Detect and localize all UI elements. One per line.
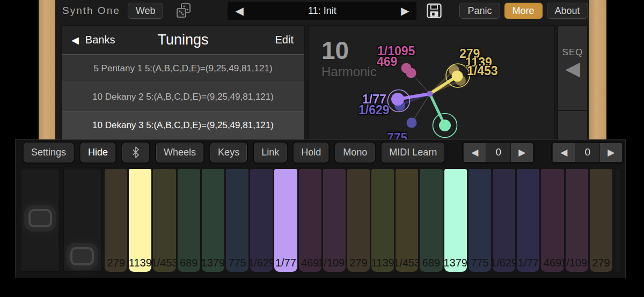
preset-prev-icon[interactable]: ◀ [235,5,243,16]
key-label: 1/453 [393,257,420,269]
tuning-node-label: 775 [387,132,407,139]
stepper-1-increment-arrow[interactable]: ▶ [510,143,533,162]
key-label: 1/77 [518,257,539,269]
preset-next-icon[interactable]: ▶ [401,5,409,16]
key-label: 1/77 [275,257,296,269]
stepper-1-decrement-arrow[interactable]: ◀ [463,143,486,162]
tuning-list-item[interactable]: 10 Dekany 3 5:(A,B,C,D,E)=(9,25,49,81,12… [62,111,304,139]
keyboard-key-1379[interactable]: 1379 [444,169,467,272]
hide-button[interactable]: Hide [80,143,115,162]
mod-wheel[interactable] [63,169,102,272]
keyboard-key-689[interactable]: 689 [420,169,442,272]
more-button[interactable]: More [504,3,543,19]
top-bar: Synth One Web ◀ 11: Init ▶ [55,0,589,21]
scale-type-label: Harmonic [321,64,377,79]
keyboard-toolbar: SettingsHideWheelsKeysLinkHoldMonoMIDI L… [16,140,625,165]
keyboard-edge-filler [616,169,620,272]
pitch-bend-handle[interactable] [28,209,52,227]
keyboard-key-1-629[interactable]: 1/629 [250,169,273,272]
keyboard-key-775[interactable]: 775 [469,169,491,272]
bluetooth-icon [130,145,142,159]
key-label: 279 [349,257,367,269]
midi-learn-button[interactable]: MIDI Learn [382,143,444,162]
key-label: 775 [228,257,246,269]
key-label: 1379 [201,257,225,269]
tuning-list-item[interactable]: 10 Dekany 2 5:(A,B,C,D,E)=(9,25,49,81,12… [62,83,304,111]
stepper-2: ◀0▶ [552,143,623,162]
wheels-section [21,169,101,272]
seq-open-arrow-icon[interactable]: ◀ [565,59,580,78]
preset-navigator: ◀ 11: Init ▶ [228,2,416,20]
keys-section: 27911391/45368913797751/6291/774691/1095… [105,169,612,272]
synth-one-app: Synth One Web ◀ 11: Init ▶ [0,0,644,297]
stepper-2-increment-arrow[interactable]: ▶ [599,143,623,162]
keyboard-key-279[interactable]: 279 [590,169,612,272]
tuning-list-item[interactable]: 5 Pentany 1 5:(A,B,C,D,E)=(9,25,49,81,12… [62,54,304,83]
hold-button[interactable]: Hold [294,143,328,162]
key-label: 1379 [443,257,467,269]
keyboard-key-775[interactable]: 775 [226,169,248,272]
keyboard-key-279[interactable]: 279 [105,169,127,272]
key-label: 1139 [129,257,152,269]
sequencer-strip[interactable]: SEQ ◀ [558,26,587,139]
keyboard-key-1379[interactable]: 1379 [202,169,224,272]
keyboard-key-1-1095[interactable]: 1/1095 [566,169,588,272]
tuning-node-label: 469 [377,56,397,68]
key-label: 469 [301,257,319,269]
panic-button[interactable]: Panic [459,3,500,19]
wood-rail-right [589,0,606,139]
settings-button[interactable]: Settings [24,143,74,162]
preset-name[interactable]: 11: Init [244,5,401,17]
keyboard-key-1139[interactable]: 1139 [371,169,394,272]
key-label: 1139 [371,257,394,269]
mono-button[interactable]: Mono [335,143,375,162]
stepper-1: ◀0▶ [463,143,533,162]
keyboard-key-1-629[interactable]: 1/629 [493,169,515,272]
key-label: 1/629 [491,257,517,269]
stepper-2-decrement-arrow[interactable]: ◀ [552,143,575,162]
edit-button[interactable]: Edit [275,34,304,46]
keyboard-key-1-77[interactable]: 1/77 [517,169,539,272]
tunings-header: ◀ Banks Tunings Edit [62,26,304,54]
keyboard-panel: SettingsHideWheelsKeysLinkHoldMonoMIDI L… [15,139,626,278]
save-icon[interactable] [425,2,443,19]
key-label: 279 [592,257,610,269]
keyboard-key-1-453[interactable]: 1/453 [396,169,418,272]
keyboard-key-1-77[interactable]: 1/77 [274,169,297,272]
keyboard: 27911391/45368913797751/6291/774691/1095… [16,165,625,275]
tuning-node-label: 1/629 [358,104,390,116]
pitch-bend-wheel[interactable] [21,169,60,272]
keyboard-key-1139[interactable]: 1139 [129,169,151,272]
key-label: 1/453 [151,257,178,269]
keys-button[interactable]: Keys [210,143,247,162]
about-button[interactable]: About [547,3,588,19]
link-button[interactable]: Link [254,143,287,162]
key-label: 1/1095 [318,257,350,269]
wheels-button[interactable]: Wheels [156,143,203,162]
main-panels: ◀ Banks Tunings Edit 5 Pentany 1 5:(A,B,… [55,21,589,139]
key-label: 469 [544,257,561,269]
key-label: 775 [471,257,488,269]
stepper-2-value: 0 [575,143,599,162]
seq-label: SEQ [562,47,583,58]
tuning-node-label: 1/453 [467,65,498,77]
stepper-1-value: 0 [486,143,510,162]
keyboard-key-1-1095[interactable]: 1/1095 [323,169,346,272]
seq-divider [558,110,587,111]
bluetooth-button[interactable] [122,143,149,162]
app-title: Synth One [62,5,120,17]
web-button[interactable]: Web [128,3,164,19]
mod-wheel-handle[interactable] [70,247,94,265]
keyboard-key-689[interactable]: 689 [178,169,200,272]
keyboard-key-279[interactable]: 279 [347,169,370,272]
back-arrow-icon: ◀ [71,34,79,46]
dice-icon[interactable] [174,2,194,19]
key-label: 689 [180,257,197,269]
note-count: 10 [321,38,349,63]
wood-rail-left [39,0,55,139]
synth-body: Synth One Web ◀ 11: Init ▶ [55,0,589,139]
key-label: 1/629 [248,257,275,269]
keyboard-key-1-453[interactable]: 1/453 [153,169,175,272]
banks-label: Banks [85,34,115,46]
banks-back-button[interactable]: ◀ Banks [62,34,115,46]
